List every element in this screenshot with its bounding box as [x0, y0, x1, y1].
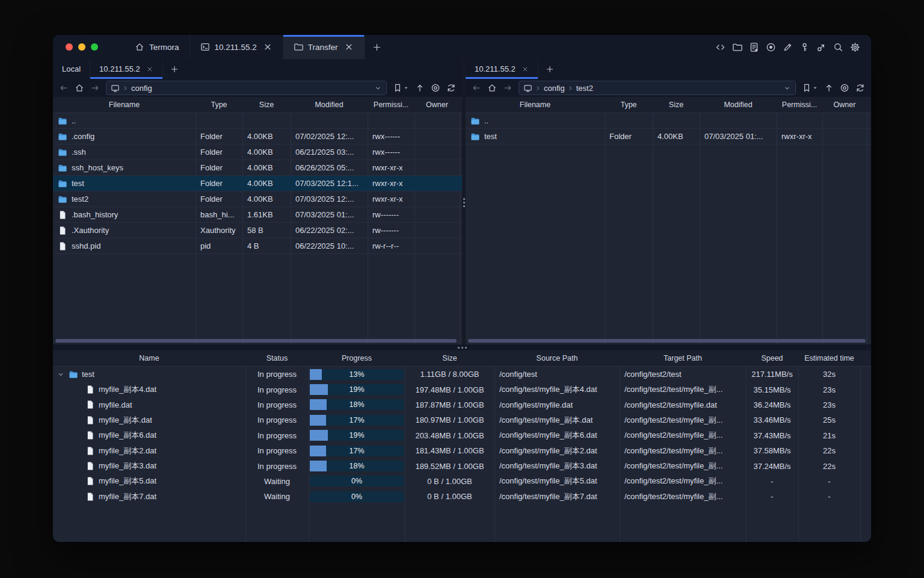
column-header-estimated-time[interactable]: Estimated time: [798, 354, 860, 362]
size-cell: 4.00KB: [242, 194, 291, 204]
new-pane-tab-button[interactable]: [538, 59, 561, 79]
caret-down-icon[interactable]: [403, 85, 409, 91]
transfer-row-myfile-4-dat[interactable]: myfile_副本4.datIn progress19%197.48MB / 1…: [53, 382, 871, 397]
horizontal-splitter[interactable]: [53, 344, 871, 350]
bookmark-button[interactable]: [802, 83, 812, 93]
transfer-row-myfile-dat[interactable]: myfile_副本.datIn progress17%180.97MB / 1.…: [53, 412, 871, 427]
upload-button[interactable]: [824, 83, 834, 93]
column-header-owner[interactable]: Owner: [822, 101, 867, 109]
gear-button[interactable]: [850, 42, 860, 52]
close-icon[interactable]: [522, 66, 529, 73]
column-header-name[interactable]: Name: [53, 354, 245, 362]
home-button[interactable]: [75, 83, 84, 93]
filename-cell: ..: [466, 116, 605, 126]
bookmark-icon: [393, 83, 402, 93]
file-row-test[interactable]: testFolder4.00KB07/03/2025 01:...rwxr-xr…: [466, 129, 871, 144]
horizontal-scrollbar[interactable]: [55, 339, 457, 343]
progress-label: 17%: [310, 415, 404, 426]
file-row-sshd-pid[interactable]: sshd.pidpid4 B06/22/2025 10:...rw-r--r--: [53, 238, 462, 254]
column-header-modified[interactable]: Modified: [291, 101, 368, 109]
keychain-button[interactable]: [816, 42, 827, 52]
expander-icon[interactable]: [57, 370, 65, 379]
close-icon[interactable]: [344, 42, 354, 52]
transfer-row-myfile-dat[interactable]: myfile.datIn progress18%187.87MB / 1.00G…: [53, 397, 871, 412]
path-bar[interactable]: config: [106, 81, 387, 95]
close-window-button[interactable]: [66, 43, 73, 51]
show-hidden-files-button[interactable]: [840, 83, 849, 93]
chevron-down-icon[interactable]: [374, 84, 382, 92]
file-row-test[interactable]: testFolder4.00KB07/03/2025 12:1...rwxr-x…: [53, 176, 462, 191]
transfer-row-test[interactable]: testIn progress13%1.11GB / 8.00GB/config…: [53, 367, 871, 382]
column-header-status[interactable]: Status: [245, 354, 309, 362]
file-row-bash-history[interactable]: .bash_historybash_hi...1.61KB07/03/2025 …: [53, 207, 462, 223]
chevron-down-icon[interactable]: [783, 84, 791, 92]
path-segment[interactable]: config: [131, 84, 152, 93]
minimize-window-button[interactable]: [78, 43, 85, 51]
column-header-size[interactable]: Size: [653, 101, 700, 109]
column-header-target-path[interactable]: Target Path: [620, 354, 746, 362]
folder-outline-button[interactable]: [732, 42, 742, 52]
titlebar-tab-10-211-55-2[interactable]: 10.211.55.2: [190, 35, 283, 59]
home-button[interactable]: [487, 83, 497, 93]
path-segment[interactable]: config: [544, 84, 565, 93]
caret-down-icon[interactable]: [812, 85, 818, 91]
transfer-row-myfile-6-dat[interactable]: myfile_副本6.datIn progress19%203.48MB / 1…: [53, 428, 871, 443]
speed-cell: -: [746, 492, 798, 501]
refresh-button[interactable]: [855, 83, 865, 93]
pencil-button[interactable]: [783, 42, 793, 52]
key-button[interactable]: [799, 42, 810, 52]
column-header-type[interactable]: Type: [605, 101, 653, 109]
code-button[interactable]: [715, 42, 725, 52]
progress-bar: 0%: [310, 491, 404, 502]
column-header-size[interactable]: Size: [242, 101, 291, 109]
pane-tab-10-211-55-2[interactable]: 10.211.55.2: [90, 59, 163, 79]
new-pane-tab-button[interactable]: [163, 59, 186, 79]
show-hidden-files-button[interactable]: [431, 83, 440, 93]
path-bar[interactable]: configtest2: [519, 81, 796, 95]
titlebar-tab-transfer[interactable]: Transfer: [283, 35, 365, 59]
close-icon[interactable]: [146, 66, 153, 73]
column-header-size[interactable]: Size: [405, 354, 494, 362]
file-row-ssh-host-keys[interactable]: ssh_host_keysFolder4.00KB06/26/2025 05:.…: [53, 160, 462, 176]
upload-button[interactable]: [415, 83, 425, 93]
bookmark-button[interactable]: [393, 83, 402, 93]
file-row-test2[interactable]: test2Folder4.00KB07/03/2025 12:...rwxr-x…: [53, 191, 462, 207]
file-icon: [85, 446, 95, 456]
log-button[interactable]: [749, 42, 759, 52]
column-header-filename[interactable]: Filename: [466, 101, 605, 109]
back-button[interactable]: [59, 83, 69, 93]
refresh-button[interactable]: [446, 83, 456, 93]
horizontal-scrollbar[interactable]: [468, 339, 866, 343]
transfer-row-myfile-3-dat[interactable]: myfile_副本3.datIn progress18%189.52MB / 1…: [53, 458, 871, 473]
transfer-row-myfile-5-dat[interactable]: myfile_副本5.datWaiting0%0 B / 1.00GB/conf…: [53, 474, 871, 489]
file-row-item[interactable]: ..: [53, 113, 462, 129]
progress-label: 18%: [310, 461, 404, 471]
file-row-ssh[interactable]: .sshFolder4.00KB06/21/2025 03:...rwx----…: [53, 144, 462, 160]
new-app-tab-button[interactable]: [365, 35, 389, 59]
file-row-config[interactable]: .configFolder4.00KB07/02/2025 12:...rwx-…: [53, 129, 462, 144]
zoom-window-button[interactable]: [91, 43, 98, 51]
column-header-filename[interactable]: Filename: [53, 101, 196, 109]
transfer-row-myfile-2-dat[interactable]: myfile_副本2.datIn progress17%181.43MB / 1…: [53, 443, 871, 458]
transfer-row-myfile-7-dat[interactable]: myfile_副本7.datWaiting0%0 B / 1.00GB/conf…: [53, 489, 871, 504]
pane-tab-10-211-55-2[interactable]: 10.211.55.2: [466, 59, 538, 79]
search-button[interactable]: [833, 42, 843, 52]
forward-button[interactable]: [90, 83, 100, 93]
column-header-modified[interactable]: Modified: [700, 101, 777, 109]
path-segment[interactable]: test2: [576, 84, 593, 93]
record-button[interactable]: [766, 42, 776, 52]
column-header-permissi[interactable]: Permissi...: [368, 101, 414, 109]
titlebar-tab-termora[interactable]: Termora: [125, 35, 190, 59]
column-header-type[interactable]: Type: [196, 101, 242, 109]
back-button[interactable]: [472, 83, 481, 93]
column-header-source-path[interactable]: Source Path: [494, 354, 620, 362]
column-header-owner[interactable]: Owner: [414, 101, 460, 109]
column-header-progress[interactable]: Progress: [309, 354, 405, 362]
column-header-speed[interactable]: Speed: [746, 354, 798, 362]
close-icon[interactable]: [263, 42, 273, 52]
file-row-item[interactable]: ..: [466, 113, 871, 129]
file-row-xauthority[interactable]: .XauthorityXauthority58 B06/22/2025 02:.…: [53, 223, 462, 238]
pane-tab-local[interactable]: Local: [53, 59, 90, 79]
column-header-permissi[interactable]: Permissi...: [777, 101, 822, 109]
forward-button[interactable]: [503, 83, 513, 93]
